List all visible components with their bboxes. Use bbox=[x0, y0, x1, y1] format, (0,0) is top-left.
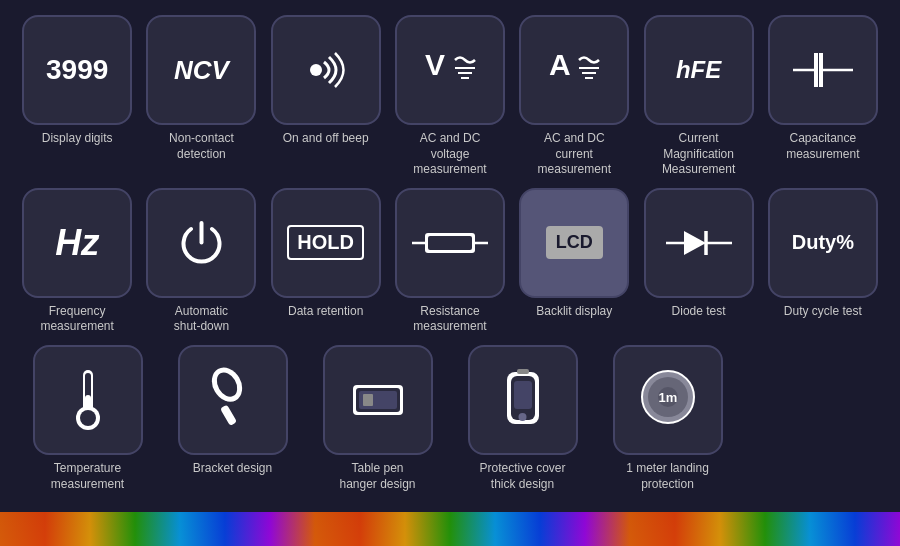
capacitance-label: Capacitancemeasurement bbox=[786, 131, 859, 162]
ncv-label: Non-contactdetection bbox=[169, 131, 234, 162]
svg-rect-37 bbox=[517, 369, 529, 374]
item-auto-shutdown: Automaticshut-down bbox=[144, 188, 258, 335]
protective-cover-icon-box bbox=[468, 345, 578, 455]
row-2: Hz Frequencymeasurement Automaticshut-do… bbox=[20, 188, 880, 335]
frequency-icon: Hz bbox=[55, 222, 99, 264]
lcd-icon: LCD bbox=[546, 226, 603, 259]
svg-point-36 bbox=[519, 413, 527, 421]
hold-icon: HOLD bbox=[287, 225, 364, 260]
display-digits-icon-box: 3999 bbox=[22, 15, 132, 125]
protective-cover-label: Protective coverthick design bbox=[479, 461, 565, 492]
svg-rect-28 bbox=[220, 405, 237, 426]
bracket-design-icon bbox=[203, 365, 263, 435]
meter-landing-icon-box: 1m bbox=[613, 345, 723, 455]
ncv-icon-box: NCV bbox=[146, 15, 256, 125]
backlit-label: Backlit display bbox=[536, 304, 612, 320]
protective-cover-icon bbox=[495, 367, 550, 432]
diode-icon bbox=[664, 223, 734, 263]
ac-dc-voltage-label: AC and DCvoltagemeasurement bbox=[413, 131, 486, 178]
beep-icon bbox=[296, 40, 356, 100]
item-protective-cover: Protective coverthick design bbox=[455, 345, 590, 492]
diode-label: Diode test bbox=[672, 304, 726, 320]
svg-rect-32 bbox=[363, 394, 373, 406]
row-3: Temperaturemeasurement Bracket design bbox=[20, 345, 880, 492]
voltage-icon: V bbox=[420, 40, 480, 100]
item-frequency: Hz Frequencymeasurement bbox=[20, 188, 134, 335]
bottom-bar bbox=[0, 512, 900, 546]
resistance-label: Resistancemeasurement bbox=[413, 304, 486, 335]
frequency-icon-box: Hz bbox=[22, 188, 132, 298]
table-pen-icon bbox=[343, 370, 413, 430]
ac-dc-current-icon-box: A bbox=[519, 15, 629, 125]
auto-shutdown-icon-box bbox=[146, 188, 256, 298]
display-digits-icon: 3999 bbox=[46, 54, 108, 86]
item-display-digits: 3999 Display digits bbox=[20, 15, 134, 178]
bottom-colorful-bar bbox=[0, 512, 900, 546]
bracket-icon-box bbox=[178, 345, 288, 455]
item-diode: Diode test bbox=[641, 188, 755, 335]
frequency-label: Frequencymeasurement bbox=[40, 304, 113, 335]
capacitance-icon-box bbox=[768, 15, 878, 125]
svg-rect-15 bbox=[428, 236, 472, 250]
item-resistance: Resistancemeasurement bbox=[393, 188, 507, 335]
current-icon: A bbox=[544, 40, 604, 100]
item-ac-dc-current: A AC and DCcurrentmeasurement bbox=[517, 15, 631, 178]
main-container: 3999 Display digits NCV Non-contactdetec… bbox=[0, 0, 900, 512]
svg-point-0 bbox=[310, 64, 322, 76]
item-bracket: Bracket design bbox=[165, 345, 300, 492]
display-digits-label: Display digits bbox=[42, 131, 113, 147]
current-mag-icon-box: hFE bbox=[644, 15, 754, 125]
svg-text:V: V bbox=[425, 48, 445, 81]
meter-landing-label: 1 meter landingprotection bbox=[626, 461, 709, 492]
beep-label: On and off beep bbox=[283, 131, 369, 147]
power-icon bbox=[174, 215, 229, 270]
duty-icon: Duty% bbox=[792, 231, 854, 254]
bracket-label: Bracket design bbox=[193, 461, 272, 477]
capacitance-icon bbox=[788, 45, 858, 95]
hfe-icon: hFE bbox=[676, 56, 721, 84]
svg-text:A: A bbox=[549, 48, 571, 81]
temperature-icon-box bbox=[33, 345, 143, 455]
item-capacitance: Capacitancemeasurement bbox=[766, 15, 880, 178]
item-data-retention: HOLD Data retention bbox=[269, 188, 383, 335]
duty-cycle-label: Duty cycle test bbox=[784, 304, 862, 320]
beep-icon-box bbox=[271, 15, 381, 125]
meter-landing-icon: 1m bbox=[638, 367, 698, 432]
ncv-icon: NCV bbox=[174, 55, 229, 86]
ac-dc-current-label: AC and DCcurrentmeasurement bbox=[538, 131, 611, 178]
svg-rect-35 bbox=[514, 381, 532, 409]
data-retention-icon-box: HOLD bbox=[271, 188, 381, 298]
table-pen-icon-box bbox=[323, 345, 433, 455]
svg-marker-18 bbox=[684, 231, 706, 255]
item-beep: On and off beep bbox=[269, 15, 383, 178]
resistance-icon-box bbox=[395, 188, 505, 298]
current-mag-label: Current MagnificationMeasurement bbox=[644, 131, 754, 178]
item-table-pen: Table penhanger design bbox=[310, 345, 445, 492]
ac-dc-voltage-icon-box: V bbox=[395, 15, 505, 125]
svg-text:1m: 1m bbox=[658, 390, 677, 405]
item-temperature: Temperaturemeasurement bbox=[20, 345, 155, 492]
thermometer-icon bbox=[63, 365, 113, 435]
empty-1 bbox=[745, 345, 880, 492]
item-backlit: LCD Backlit display bbox=[517, 188, 631, 335]
duty-cycle-icon-box: Duty% bbox=[768, 188, 878, 298]
item-ncv: NCV Non-contactdetection bbox=[144, 15, 258, 178]
backlit-icon-box: LCD bbox=[519, 188, 629, 298]
item-current-mag: hFE Current MagnificationMeasurement bbox=[641, 15, 755, 178]
svg-point-25 bbox=[80, 410, 96, 426]
item-meter-landing: 1m 1 meter landingprotection bbox=[600, 345, 735, 492]
diode-icon-box bbox=[644, 188, 754, 298]
resistance-icon bbox=[410, 228, 490, 258]
row-1: 3999 Display digits NCV Non-contactdetec… bbox=[20, 15, 880, 178]
auto-shutdown-label: Automaticshut-down bbox=[174, 304, 229, 335]
item-duty-cycle: Duty% Duty cycle test bbox=[766, 188, 880, 335]
table-pen-label: Table penhanger design bbox=[339, 461, 415, 492]
temperature-label: Temperaturemeasurement bbox=[51, 461, 124, 492]
data-retention-label: Data retention bbox=[288, 304, 363, 320]
item-ac-dc-voltage: V AC and DCvoltagemeasurement bbox=[393, 15, 507, 178]
